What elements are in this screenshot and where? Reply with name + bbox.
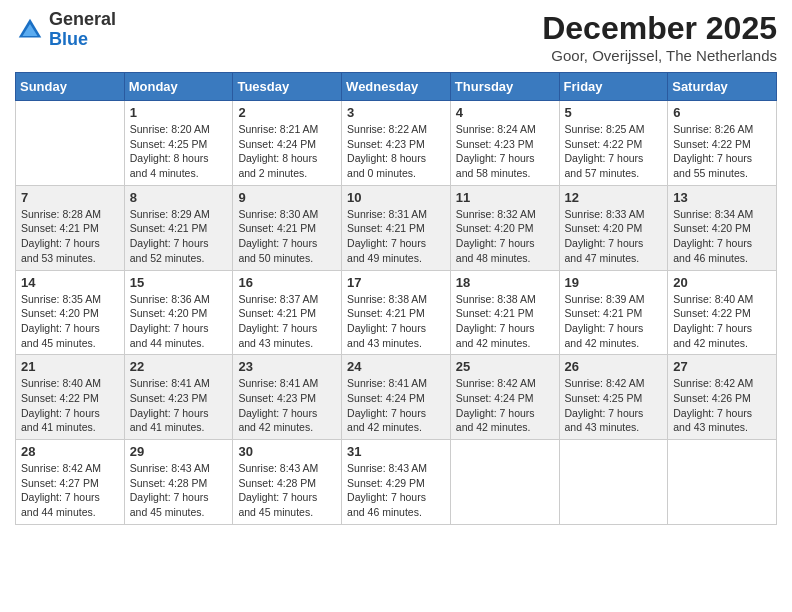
page-title: December 2025 [542,10,777,47]
day-number: 29 [130,444,228,459]
day-info: Sunrise: 8:28 AMSunset: 4:21 PMDaylight:… [21,207,119,266]
day-info: Sunrise: 8:20 AMSunset: 4:25 PMDaylight:… [130,122,228,181]
calendar-cell: 18Sunrise: 8:38 AMSunset: 4:21 PMDayligh… [450,270,559,355]
calendar-row: 28Sunrise: 8:42 AMSunset: 4:27 PMDayligh… [16,440,777,525]
day-info: Sunrise: 8:42 AMSunset: 4:25 PMDaylight:… [565,376,663,435]
calendar-cell: 2Sunrise: 8:21 AMSunset: 4:24 PMDaylight… [233,101,342,186]
calendar-cell [559,440,668,525]
calendar-cell: 13Sunrise: 8:34 AMSunset: 4:20 PMDayligh… [668,185,777,270]
day-number: 21 [21,359,119,374]
header-day-sunday: Sunday [16,73,125,101]
day-info: Sunrise: 8:38 AMSunset: 4:21 PMDaylight:… [347,292,445,351]
day-number: 22 [130,359,228,374]
calendar-cell: 31Sunrise: 8:43 AMSunset: 4:29 PMDayligh… [342,440,451,525]
day-number: 11 [456,190,554,205]
day-info: Sunrise: 8:41 AMSunset: 4:23 PMDaylight:… [130,376,228,435]
day-number: 13 [673,190,771,205]
calendar-cell: 25Sunrise: 8:42 AMSunset: 4:24 PMDayligh… [450,355,559,440]
day-number: 9 [238,190,336,205]
logo-text: General Blue [49,10,116,50]
day-number: 15 [130,275,228,290]
day-number: 31 [347,444,445,459]
calendar-cell: 3Sunrise: 8:22 AMSunset: 4:23 PMDaylight… [342,101,451,186]
calendar-cell: 23Sunrise: 8:41 AMSunset: 4:23 PMDayligh… [233,355,342,440]
day-info: Sunrise: 8:43 AMSunset: 4:29 PMDaylight:… [347,461,445,520]
day-number: 23 [238,359,336,374]
day-info: Sunrise: 8:39 AMSunset: 4:21 PMDaylight:… [565,292,663,351]
calendar-cell: 9Sunrise: 8:30 AMSunset: 4:21 PMDaylight… [233,185,342,270]
day-number: 27 [673,359,771,374]
header-day-tuesday: Tuesday [233,73,342,101]
calendar-cell: 21Sunrise: 8:40 AMSunset: 4:22 PMDayligh… [16,355,125,440]
day-info: Sunrise: 8:38 AMSunset: 4:21 PMDaylight:… [456,292,554,351]
calendar-cell: 24Sunrise: 8:41 AMSunset: 4:24 PMDayligh… [342,355,451,440]
day-info: Sunrise: 8:42 AMSunset: 4:27 PMDaylight:… [21,461,119,520]
day-info: Sunrise: 8:31 AMSunset: 4:21 PMDaylight:… [347,207,445,266]
calendar-cell: 29Sunrise: 8:43 AMSunset: 4:28 PMDayligh… [124,440,233,525]
calendar-cell [668,440,777,525]
calendar-row: 1Sunrise: 8:20 AMSunset: 4:25 PMDaylight… [16,101,777,186]
day-number: 2 [238,105,336,120]
calendar-row: 21Sunrise: 8:40 AMSunset: 4:22 PMDayligh… [16,355,777,440]
header-day-monday: Monday [124,73,233,101]
calendar-cell: 4Sunrise: 8:24 AMSunset: 4:23 PMDaylight… [450,101,559,186]
day-info: Sunrise: 8:43 AMSunset: 4:28 PMDaylight:… [130,461,228,520]
header-day-friday: Friday [559,73,668,101]
header-row: SundayMondayTuesdayWednesdayThursdayFrid… [16,73,777,101]
day-number: 30 [238,444,336,459]
calendar-row: 14Sunrise: 8:35 AMSunset: 4:20 PMDayligh… [16,270,777,355]
day-number: 26 [565,359,663,374]
calendar-cell: 27Sunrise: 8:42 AMSunset: 4:26 PMDayligh… [668,355,777,440]
day-info: Sunrise: 8:25 AMSunset: 4:22 PMDaylight:… [565,122,663,181]
day-info: Sunrise: 8:42 AMSunset: 4:26 PMDaylight:… [673,376,771,435]
day-info: Sunrise: 8:21 AMSunset: 4:24 PMDaylight:… [238,122,336,181]
day-number: 1 [130,105,228,120]
day-info: Sunrise: 8:42 AMSunset: 4:24 PMDaylight:… [456,376,554,435]
calendar-cell [450,440,559,525]
day-info: Sunrise: 8:29 AMSunset: 4:21 PMDaylight:… [130,207,228,266]
day-number: 17 [347,275,445,290]
calendar-row: 7Sunrise: 8:28 AMSunset: 4:21 PMDaylight… [16,185,777,270]
day-number: 6 [673,105,771,120]
calendar-table: SundayMondayTuesdayWednesdayThursdayFrid… [15,72,777,525]
day-number: 14 [21,275,119,290]
page-header: General Blue December 2025 Goor, Overijs… [15,10,777,64]
calendar-cell: 5Sunrise: 8:25 AMSunset: 4:22 PMDaylight… [559,101,668,186]
calendar-cell [16,101,125,186]
day-number: 8 [130,190,228,205]
calendar-cell: 30Sunrise: 8:43 AMSunset: 4:28 PMDayligh… [233,440,342,525]
calendar-cell: 17Sunrise: 8:38 AMSunset: 4:21 PMDayligh… [342,270,451,355]
day-info: Sunrise: 8:35 AMSunset: 4:20 PMDaylight:… [21,292,119,351]
day-number: 24 [347,359,445,374]
calendar-cell: 26Sunrise: 8:42 AMSunset: 4:25 PMDayligh… [559,355,668,440]
calendar-cell: 28Sunrise: 8:42 AMSunset: 4:27 PMDayligh… [16,440,125,525]
calendar-header: SundayMondayTuesdayWednesdayThursdayFrid… [16,73,777,101]
calendar-cell: 10Sunrise: 8:31 AMSunset: 4:21 PMDayligh… [342,185,451,270]
day-number: 18 [456,275,554,290]
day-number: 12 [565,190,663,205]
calendar-cell: 16Sunrise: 8:37 AMSunset: 4:21 PMDayligh… [233,270,342,355]
calendar-cell: 11Sunrise: 8:32 AMSunset: 4:20 PMDayligh… [450,185,559,270]
calendar-cell: 14Sunrise: 8:35 AMSunset: 4:20 PMDayligh… [16,270,125,355]
calendar-body: 1Sunrise: 8:20 AMSunset: 4:25 PMDaylight… [16,101,777,525]
day-info: Sunrise: 8:41 AMSunset: 4:23 PMDaylight:… [238,376,336,435]
header-day-thursday: Thursday [450,73,559,101]
header-day-saturday: Saturday [668,73,777,101]
day-number: 7 [21,190,119,205]
calendar-cell: 15Sunrise: 8:36 AMSunset: 4:20 PMDayligh… [124,270,233,355]
day-number: 28 [21,444,119,459]
day-info: Sunrise: 8:24 AMSunset: 4:23 PMDaylight:… [456,122,554,181]
day-info: Sunrise: 8:40 AMSunset: 4:22 PMDaylight:… [21,376,119,435]
day-number: 10 [347,190,445,205]
day-info: Sunrise: 8:41 AMSunset: 4:24 PMDaylight:… [347,376,445,435]
day-info: Sunrise: 8:22 AMSunset: 4:23 PMDaylight:… [347,122,445,181]
day-info: Sunrise: 8:33 AMSunset: 4:20 PMDaylight:… [565,207,663,266]
day-number: 20 [673,275,771,290]
day-number: 5 [565,105,663,120]
calendar-cell: 7Sunrise: 8:28 AMSunset: 4:21 PMDaylight… [16,185,125,270]
calendar-cell: 12Sunrise: 8:33 AMSunset: 4:20 PMDayligh… [559,185,668,270]
day-info: Sunrise: 8:36 AMSunset: 4:20 PMDaylight:… [130,292,228,351]
day-info: Sunrise: 8:34 AMSunset: 4:20 PMDaylight:… [673,207,771,266]
day-info: Sunrise: 8:32 AMSunset: 4:20 PMDaylight:… [456,207,554,266]
day-info: Sunrise: 8:30 AMSunset: 4:21 PMDaylight:… [238,207,336,266]
